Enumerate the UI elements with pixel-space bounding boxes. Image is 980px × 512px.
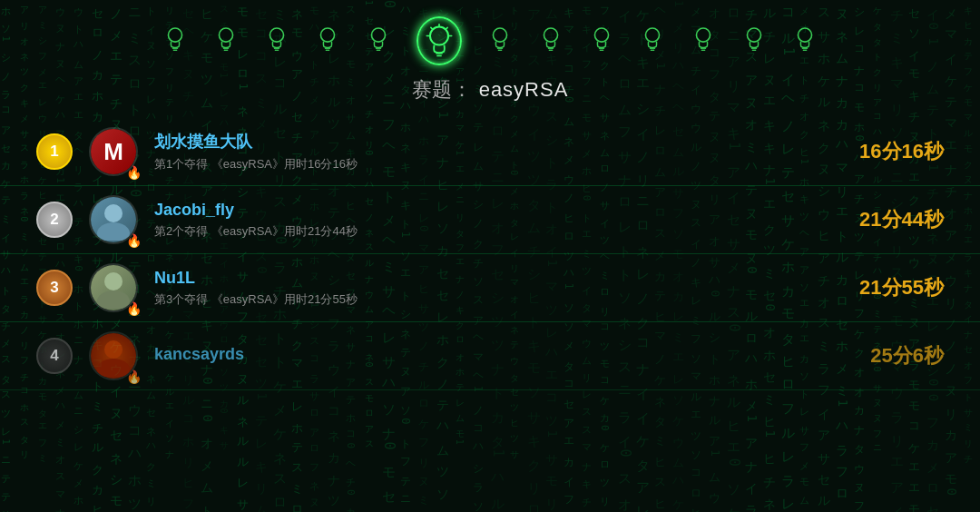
- leaderboard-row-3: 3 🔥 Nu1L 第3个夺得 《easyRSA》用时21分55秒 21分55秒: [0, 254, 980, 322]
- username-1: 划水摸鱼大队: [154, 131, 841, 153]
- sub-text-3: 第3个夺得 《easyRSA》用时21分55秒: [154, 291, 841, 308]
- svg-point-46: [104, 272, 122, 290]
- time-display-3: 21分55秒: [859, 274, 944, 301]
- title-label: 赛题：: [412, 76, 472, 103]
- svg-point-3: [219, 28, 232, 42]
- avatar-wrap-2: 🔥: [89, 195, 138, 244]
- avatar-wrap-3: 🔥: [89, 263, 138, 312]
- avatar-wrap-1: M 🔥: [89, 127, 138, 176]
- svg-point-23: [493, 28, 506, 42]
- rank-badge-1: 1: [36, 133, 73, 170]
- svg-point-26: [544, 28, 557, 42]
- title-row: 赛题： easyRSA: [0, 76, 980, 103]
- leaderboard-row-1: 1 M 🔥 划水摸鱼大队 第1个夺得 《easyRSA》用时16分16秒 16分…: [0, 118, 980, 186]
- bulb-icon-5: [416, 16, 462, 65]
- rank-badge-2: 2: [36, 202, 73, 238]
- svg-point-12: [371, 28, 385, 42]
- bulb-icon-12: [792, 25, 818, 57]
- user-info-1: 划水摸鱼大队 第1个夺得 《easyRSA》用时16分16秒: [154, 131, 841, 172]
- fire-badge-3: 🔥: [126, 301, 142, 316]
- fire-badge-4: 🔥: [126, 369, 142, 384]
- bulb-icon-1: [213, 25, 239, 57]
- bulb-icon-10: [691, 25, 716, 57]
- leaderboard-row-4: 4 🔥 kancsayrds 25分6秒: [0, 322, 980, 390]
- svg-point-48: [104, 340, 122, 359]
- time-display-1: 16分16秒: [859, 138, 944, 165]
- svg-point-9: [320, 28, 334, 42]
- svg-point-0: [168, 28, 181, 42]
- svg-point-38: [747, 28, 760, 42]
- svg-point-41: [798, 28, 811, 42]
- username-2: Jacobi_fly: [154, 201, 841, 220]
- bulb-icon-3: [315, 25, 340, 57]
- user-info-4: kancsayrds: [154, 345, 852, 368]
- fire-badge-2: 🔥: [126, 233, 142, 248]
- bulb-icon-4: [366, 25, 391, 57]
- svg-point-49: [97, 359, 130, 377]
- bulb-icon-0: [162, 25, 188, 57]
- time-display-4: 25分6秒: [870, 342, 944, 369]
- bulb-icon-2: [264, 25, 289, 57]
- time-display-2: 21分44秒: [859, 206, 944, 233]
- sub-text-1: 第1个夺得 《easyRSA》用时16分16秒: [154, 156, 841, 172]
- bulb-icon-8: [589, 25, 614, 57]
- svg-point-29: [594, 28, 608, 42]
- fire-badge-1: 🔥: [126, 165, 142, 180]
- rank-badge-3: 3: [36, 270, 73, 306]
- bulb-icon-9: [640, 25, 665, 57]
- user-info-2: Jacobi_fly 第2个夺得 《easyRSA》用时21分44秒: [154, 201, 841, 240]
- svg-point-47: [97, 290, 130, 309]
- sub-text-2: 第2个夺得 《easyRSA》用时21分44秒: [154, 223, 841, 240]
- leaderboard-row-2: 2 🔥 Jacobi_fly 第2个夺得 《easyRSA》用时21分44秒 2…: [0, 186, 980, 254]
- svg-point-32: [645, 28, 659, 42]
- username-3: Nu1L: [154, 269, 841, 288]
- user-info-3: Nu1L 第3个夺得 《easyRSA》用时21分55秒: [154, 269, 841, 308]
- svg-line-19: [446, 27, 447, 29]
- username-4: kancsayrds: [154, 345, 852, 364]
- title-value: easyRSA: [479, 78, 569, 102]
- svg-point-44: [104, 204, 122, 222]
- svg-point-6: [270, 28, 283, 42]
- avatar-wrap-4: 🔥: [89, 331, 138, 380]
- rank-badge-4: 4: [36, 338, 73, 374]
- svg-point-45: [97, 222, 130, 241]
- svg-line-20: [431, 27, 433, 29]
- lightbulbs-row: [0, 0, 980, 69]
- bulb-icon-11: [741, 25, 767, 57]
- leaderboard: 1 M 🔥 划水摸鱼大队 第1个夺得 《easyRSA》用时16分16秒 16分…: [0, 118, 980, 390]
- bulb-icon-7: [538, 25, 564, 57]
- svg-point-35: [696, 28, 710, 42]
- bulb-icon-6: [487, 25, 513, 57]
